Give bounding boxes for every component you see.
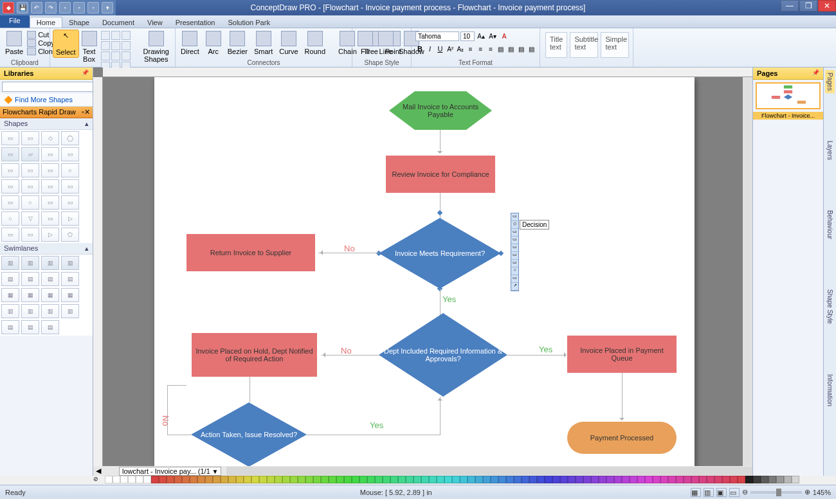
- start-shape[interactable]: Mail Invoice to Accounts Payable: [389, 91, 492, 130]
- view-btn[interactable]: ▭: [729, 488, 740, 497]
- color-swatch[interactable]: [529, 476, 537, 483]
- swimlanes-header[interactable]: Swimlanes▴: [0, 243, 93, 255]
- scrollbar-h[interactable]: [226, 467, 752, 475]
- color-swatch[interactable]: [375, 476, 383, 483]
- color-swatch[interactable]: [213, 476, 221, 483]
- color-swatch[interactable]: [645, 476, 653, 483]
- color-swatch[interactable]: [267, 476, 275, 483]
- color-swatch[interactable]: [722, 476, 730, 483]
- sidetab-pages[interactable]: Pages: [825, 70, 835, 93]
- color-swatch[interactable]: [421, 476, 429, 483]
- pin-icon[interactable]: 📌: [82, 69, 89, 77]
- decision-action[interactable]: Action Taken, Issue Resolved?: [191, 402, 307, 466]
- color-swatch[interactable]: [784, 476, 792, 483]
- color-swatch[interactable]: [444, 476, 452, 483]
- process-review[interactable]: Review Invoice for Compliance: [386, 156, 495, 193]
- color-swatch[interactable]: [660, 476, 668, 483]
- align-mid[interactable]: ▤: [507, 44, 516, 54]
- qat-btn[interactable]: ▫: [73, 2, 85, 14]
- decision-meets[interactable]: Invoice Meets Requirement?: [379, 218, 501, 289]
- color-swatch[interactable]: [522, 476, 529, 483]
- nofill-icon[interactable]: ⊘: [93, 476, 105, 485]
- align-center[interactable]: ≡: [477, 44, 486, 54]
- color-swatch[interactable]: [305, 476, 313, 483]
- color-swatch[interactable]: [738, 476, 745, 483]
- color-swatch[interactable]: [429, 476, 437, 483]
- color-swatch[interactable]: [128, 476, 136, 483]
- drawing-shapes-button[interactable]: Drawing Shapes: [141, 30, 172, 64]
- color-swatch[interactable]: [182, 476, 190, 483]
- zoom-out[interactable]: ⊖: [742, 488, 748, 496]
- find-more-shapes[interactable]: 🔶 Find More Shapes: [0, 94, 93, 107]
- page-tab[interactable]: lowchart - Invoice pay... (1/1 ▼: [119, 467, 221, 476]
- super-button[interactable]: A²: [446, 44, 455, 54]
- collapse-icon[interactable]: ▴: [85, 120, 89, 128]
- font-select[interactable]: Tahoma: [415, 32, 459, 41]
- qat-btn[interactable]: ▫: [59, 2, 71, 14]
- color-swatch[interactable]: [552, 476, 560, 483]
- zoom-level[interactable]: 145%: [813, 489, 831, 496]
- color-swatch[interactable]: [359, 476, 367, 483]
- tab-solution[interactable]: Solution Park: [221, 17, 276, 28]
- sidetab-layers[interactable]: Layers: [825, 138, 835, 163]
- color-swatch[interactable]: [197, 476, 205, 483]
- color-swatch[interactable]: [537, 476, 545, 483]
- color-swatch[interactable]: [352, 476, 359, 483]
- qat-more-icon[interactable]: ▾: [102, 2, 113, 14]
- line-button[interactable]: Line: [376, 30, 396, 57]
- process-queue[interactable]: Invoice Placed in Payment Queue: [567, 336, 677, 373]
- zoom-in[interactable]: ⊕: [804, 488, 810, 496]
- align-top[interactable]: ▤: [496, 44, 505, 54]
- sub-button[interactable]: A₂: [456, 44, 465, 54]
- color-swatch[interactable]: [676, 476, 684, 483]
- color-swatch[interactable]: [730, 476, 738, 483]
- color-swatch[interactable]: [707, 476, 714, 483]
- sidetab-shapestyle[interactable]: Shape Style: [825, 287, 835, 327]
- color-swatch[interactable]: [792, 476, 799, 483]
- sidetab-info[interactable]: Information: [825, 372, 835, 409]
- color-swatch[interactable]: [768, 476, 776, 483]
- color-swatch[interactable]: [275, 476, 282, 483]
- file-menu[interactable]: File: [0, 15, 30, 28]
- subtitle-style[interactable]: Subtitle text: [570, 32, 598, 58]
- color-swatch[interactable]: [691, 476, 699, 483]
- color-swatch[interactable]: [251, 476, 259, 483]
- font-color[interactable]: A: [499, 31, 509, 41]
- canvas[interactable]: Mail Invoice to Accounts Payable Review …: [103, 77, 752, 466]
- color-swatch[interactable]: [205, 476, 213, 483]
- close-button[interactable]: ✕: [818, 0, 836, 12]
- color-swatch[interactable]: [637, 476, 645, 483]
- page[interactable]: Mail Invoice to Accounts Payable Review …: [154, 77, 695, 466]
- color-swatch[interactable]: [321, 476, 329, 483]
- color-swatch[interactable]: [568, 476, 576, 483]
- align-left[interactable]: ≡: [466, 44, 475, 54]
- shape-item[interactable]: ▭: [1, 131, 19, 145]
- color-swatch[interactable]: [390, 476, 398, 483]
- color-swatch[interactable]: [313, 476, 321, 483]
- process-return[interactable]: Return Invoice to Supplier: [186, 234, 315, 271]
- color-swatch[interactable]: [336, 476, 344, 483]
- bold-button[interactable]: B: [415, 44, 424, 54]
- color-swatch[interactable]: [259, 476, 267, 483]
- rapid-draw-section[interactable]: Flowcharts Rapid Draw▫✕: [0, 107, 93, 118]
- color-swatch[interactable]: [514, 476, 522, 483]
- color-swatch[interactable]: [668, 476, 676, 483]
- color-swatch[interactable]: [452, 476, 460, 483]
- color-swatch[interactable]: [745, 476, 753, 483]
- color-swatch[interactable]: [367, 476, 375, 483]
- color-swatch[interactable]: [298, 476, 305, 483]
- qat-redo-icon[interactable]: ↷: [45, 2, 57, 14]
- shrink-font[interactable]: A▾: [487, 31, 498, 41]
- color-swatch[interactable]: [653, 476, 660, 483]
- page-thumbnail[interactable]: [756, 82, 821, 109]
- qat-undo-icon[interactable]: ↶: [31, 2, 42, 14]
- color-swatch[interactable]: [491, 476, 498, 483]
- line-tool[interactable]: [101, 31, 110, 40]
- direct-button[interactable]: Direct: [178, 30, 202, 57]
- pin-icon[interactable]: 📌: [812, 69, 819, 77]
- color-swatch[interactable]: [221, 476, 228, 483]
- align-right[interactable]: ≡: [486, 44, 495, 54]
- color-swatch[interactable]: [606, 476, 614, 483]
- more-fmt[interactable]: ▤: [527, 44, 536, 54]
- color-swatch[interactable]: [344, 476, 352, 483]
